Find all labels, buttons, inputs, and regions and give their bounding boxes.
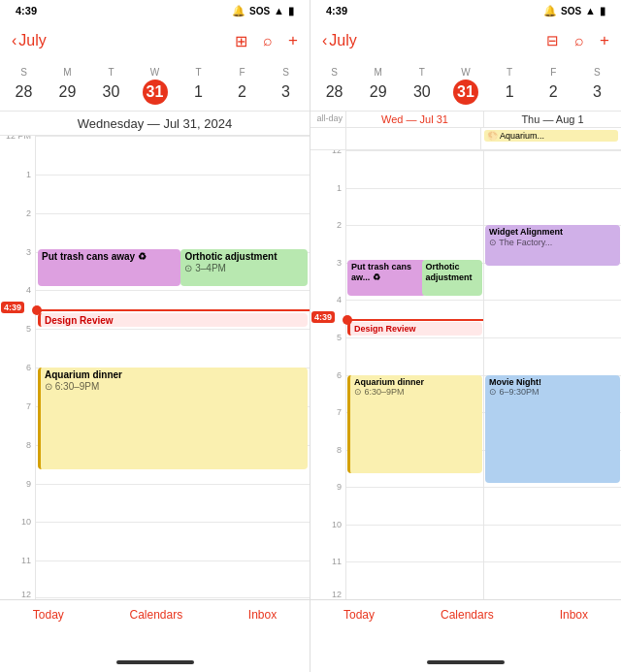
right-allday-col1: [345, 128, 480, 149]
r-hour-10: 10: [332, 520, 342, 529]
hour-11pm: 11: [21, 556, 31, 565]
r-hour-8: 8: [337, 445, 342, 455]
right-event-orthotic[interactable]: Orthotic adjustment: [422, 260, 482, 296]
hour-4pm: 4: [26, 285, 31, 295]
left-week-header: S 28 M 29 T 30 W 31 T 1 F 2: [0, 60, 310, 111]
battery-icon: ▮: [288, 5, 294, 17]
right-nav-bar: ‹ July ⊟ ⌕ +: [310, 21, 621, 60]
hour-8pm: 8: [26, 440, 31, 450]
left-time: 4:39: [16, 5, 37, 16]
left-screen: 4:39 🔔 SOS ▲ ▮ ‹ July ⊞ ⌕ + S 28 M 29: [0, 0, 310, 672]
hour-6pm: 6: [26, 363, 31, 372]
sos-label: SOS: [249, 6, 270, 16]
left-nav-icons: ⊞ ⌕ +: [235, 31, 298, 50]
event-design-review[interactable]: Design Review: [38, 313, 308, 327]
r-hour-3: 3: [337, 258, 342, 268]
right-allday-col2[interactable]: 🌕 Aquarium...: [480, 128, 621, 149]
right-battery-icon: ▮: [600, 5, 605, 17]
right-wed-header[interactable]: Wed — Jul 31: [345, 112, 483, 127]
right-tab-bar: Today Calendars Inbox: [310, 599, 621, 653]
wifi-icon: ▲: [274, 5, 284, 16]
right-day-f[interactable]: F 2: [532, 60, 575, 111]
left-day-w[interactable]: W 31: [133, 60, 177, 111]
right-event-trash[interactable]: Put trash cans aw... ♻: [347, 260, 426, 296]
right-day-w[interactable]: W 31: [443, 60, 487, 111]
allday-event-aquarium[interactable]: 🌕 Aquarium...: [484, 130, 618, 142]
right-cal-scroll[interactable]: 12 1 2 3 4 5 6 7 8 9 10 11 12: [310, 150, 621, 599]
event-trash-cans[interactable]: Put trash cans away ♻: [38, 249, 180, 286]
left-tab-calendars[interactable]: Calendars: [129, 608, 182, 622]
left-tab-inbox[interactable]: Inbox: [248, 608, 277, 622]
right-search-icon[interactable]: ⌕: [574, 32, 584, 49]
left-cal-scroll[interactable]: 12 PM 1 2 3 4 5 6 7 8 9 10 11 12: [0, 136, 310, 599]
right-thu-column: Widget Alignment ⊙ The Factory... Movie …: [483, 150, 621, 599]
right-now-line: 4:39: [346, 319, 483, 321]
right-status-bar: 4:39 🔔 SOS ▲ ▮: [310, 0, 621, 21]
right-grid-icon[interactable]: ⊟: [546, 32, 559, 49]
allday-spacer: [310, 128, 345, 149]
right-screen: 4:39 🔔 SOS ▲ ▮ ‹ July ⊟ ⌕ + S 28 M 29: [310, 0, 621, 672]
left-status-bar: 4:39 🔔 SOS ▲ ▮: [0, 0, 310, 21]
now-line: 4:39: [36, 309, 310, 311]
left-day-s1[interactable]: S 28: [2, 60, 46, 111]
right-event-movie[interactable]: Movie Night! ⊙ 6–9:30PM: [485, 375, 620, 483]
left-day-f[interactable]: F 2: [220, 60, 264, 111]
right-status-icons: 🔔 SOS ▲ ▮: [543, 5, 605, 17]
right-tab-calendars[interactable]: Calendars: [441, 608, 494, 622]
event-orthotic[interactable]: Orthotic adjustment ⊙ 3–4PM: [180, 249, 308, 286]
right-tab-inbox[interactable]: Inbox: [560, 608, 588, 622]
left-nav-bar: ‹ July ⊞ ⌕ +: [0, 21, 310, 60]
left-day-label: Wednesday — Jul 31, 2024: [0, 111, 310, 136]
left-tab-today[interactable]: Today: [33, 608, 64, 622]
right-time-gutter: 12 1 2 3 4 5 6 7 8 9 10 11 12: [310, 150, 345, 599]
right-day-s2[interactable]: S 3: [575, 60, 619, 111]
right-day-t2[interactable]: T 1: [488, 60, 532, 111]
right-now-label: 4:39: [311, 311, 335, 323]
hour-12am: 12: [21, 590, 31, 599]
r-hour-5: 5: [337, 333, 342, 342]
left-day-t1[interactable]: T 30: [89, 60, 133, 111]
event-aquarium-dinner[interactable]: Aquarium dinner ⊙ 6:30–9PM: [38, 368, 308, 469]
r-hour-4: 4: [337, 295, 342, 304]
right-chevron-left-icon: ‹: [322, 32, 327, 49]
left-day-s2[interactable]: S 3: [264, 60, 308, 111]
right-now-dot: [343, 315, 352, 325]
hour-3pm: 3: [26, 247, 31, 257]
right-header-area: all-day Wed — Jul 31 Thu — Aug 1 🌕 Aquar…: [310, 111, 621, 150]
right-wed-column: Put trash cans aw... ♻ Orthotic adjustme…: [345, 150, 483, 599]
right-plus-icon[interactable]: +: [600, 31, 609, 50]
search-icon[interactable]: ⌕: [263, 32, 273, 49]
right-week-header: S 28 M 29 T 30 W 31 T 1 F 2: [310, 60, 621, 111]
right-home-bar: [427, 660, 505, 664]
right-event-aquarium[interactable]: Aquarium dinner ⊙ 6:30–9PM: [347, 375, 482, 474]
r-hour-1: 1: [337, 183, 342, 193]
right-day-s1[interactable]: S 28: [312, 60, 356, 111]
grid-icon[interactable]: ⊞: [235, 32, 247, 50]
right-tab-today[interactable]: Today: [343, 608, 375, 622]
plus-icon[interactable]: +: [288, 31, 298, 50]
right-allday-row: 🌕 Aquarium...: [310, 128, 621, 149]
r-hour-9: 9: [337, 482, 342, 492]
right-col-headers: all-day Wed — Jul 31 Thu — Aug 1: [310, 112, 621, 128]
r-hour-6: 6: [337, 370, 342, 380]
left-week-days: S 28 M 29 T 30 W 31 T 1 F 2: [0, 60, 310, 111]
right-bell-icon: 🔔: [543, 5, 557, 17]
right-day-t1[interactable]: T 30: [400, 60, 443, 111]
hour-12pm: 12 PM: [6, 136, 31, 141]
right-week-days: S 28 M 29 T 30 W 31 T 1 F 2: [310, 60, 621, 111]
right-back-button[interactable]: ‹ July: [322, 32, 357, 49]
right-event-design-review[interactable]: Design Review: [347, 322, 482, 336]
left-back-label: July: [18, 32, 46, 49]
right-nav-icons: ⊟ ⌕ +: [546, 31, 609, 50]
hour-7pm: 7: [26, 401, 31, 411]
right-day-m[interactable]: M 29: [356, 60, 400, 111]
left-day-m[interactable]: M 29: [46, 60, 89, 111]
left-back-button[interactable]: ‹ July: [12, 32, 47, 49]
right-home-indicator: [310, 653, 621, 672]
right-thu-header[interactable]: Thu — Aug 1: [483, 112, 621, 127]
r-hour-11: 11: [332, 557, 342, 566]
left-status-icons: 🔔 SOS ▲ ▮: [232, 5, 294, 17]
allday-label: all-day: [310, 112, 345, 127]
left-day-t2[interactable]: T 1: [177, 60, 220, 111]
right-event-widget[interactable]: Widget Alignment ⊙ The Factory...: [485, 225, 620, 266]
